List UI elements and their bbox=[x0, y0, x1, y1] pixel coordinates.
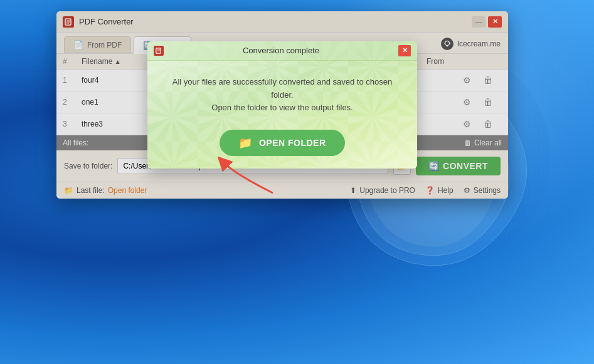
modal-title: Conversion complete bbox=[243, 46, 319, 55]
open-folder-button[interactable]: 📁 OPEN FOLDER bbox=[220, 130, 344, 156]
app-window: PDF Converter — ✕ 📄 From PDF 🔄 To PDF bbox=[56, 11, 508, 199]
modal-close-button[interactable]: ✕ bbox=[398, 45, 411, 56]
modal-title-bar: Conversion complete ✕ bbox=[147, 41, 417, 61]
modal-overlay: Conversion complete ✕ All your files are… bbox=[56, 11, 508, 199]
conversion-complete-modal: Conversion complete ✕ All your files are… bbox=[147, 41, 417, 169]
modal-app-icon bbox=[154, 46, 164, 56]
open-folder-label: OPEN FOLDER bbox=[259, 138, 326, 148]
open-folder-icon: 📁 bbox=[238, 136, 253, 150]
modal-body: All your files are successfully converte… bbox=[147, 61, 417, 169]
modal-message: All your files are successfully converte… bbox=[165, 76, 400, 115]
